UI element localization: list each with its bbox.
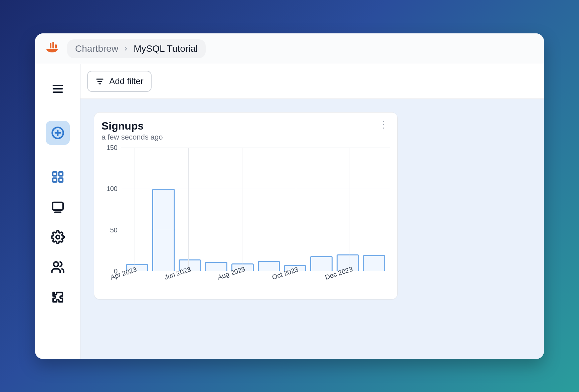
breadcrumb: Chartbrew MySQL Tutorial: [67, 39, 206, 58]
logo[interactable]: [43, 40, 61, 58]
sidebar-item-menu[interactable]: [46, 77, 70, 101]
svg-rect-2: [55, 44, 57, 48]
chart-card-signups: Signups a few seconds ago ⋮ 050100150: [94, 112, 398, 300]
bar-slot: [282, 148, 308, 271]
add-filter-label: Add filter: [109, 76, 144, 86]
add-filter-button[interactable]: Add filter: [87, 71, 152, 92]
monitor-icon: [51, 200, 65, 214]
bar-slot: [308, 148, 335, 271]
sidebar-item-add[interactable]: [46, 121, 70, 145]
bar-slot: [256, 148, 282, 271]
plot-area: [121, 148, 390, 271]
sidebar-item-integrations[interactable]: [46, 285, 70, 309]
chartbrew-logo-icon: [43, 40, 61, 58]
breadcrumb-root[interactable]: Chartbrew: [75, 43, 118, 54]
gridline-vertical: [188, 148, 189, 271]
bar-slot: [124, 148, 150, 271]
svg-rect-12: [59, 178, 63, 182]
plus-circle-icon: [50, 126, 65, 140]
y-axis: 050100150: [102, 148, 121, 271]
filterbar: Add filter: [80, 64, 544, 99]
gridline-vertical: [296, 148, 296, 271]
svg-rect-9: [53, 172, 57, 176]
app-window: Chartbrew MySQL Tutorial: [35, 33, 544, 359]
more-vertical-icon: ⋮: [379, 119, 388, 130]
puzzle-icon: [51, 290, 65, 304]
card-menu-button[interactable]: ⋮: [377, 120, 390, 129]
svg-rect-13: [52, 202, 63, 210]
filter-icon: [95, 77, 105, 86]
breadcrumb-current: MySQL Tutorial: [134, 43, 198, 54]
y-tick: 100: [107, 185, 118, 193]
gridline-vertical: [242, 148, 242, 271]
card-title: Signups: [102, 120, 163, 132]
bar[interactable]: [310, 256, 333, 271]
users-icon: [51, 260, 65, 274]
x-axis: Apr 2023Jun 2023Aug 2023Oct 2023Dec 2023: [121, 271, 390, 290]
sidebar: [35, 64, 80, 359]
sidebar-item-dashboard[interactable]: [46, 165, 70, 189]
bar-slot: [177, 148, 203, 271]
gear-icon: [51, 230, 65, 244]
sidebar-item-monitor[interactable]: [46, 195, 70, 219]
bar-slot: [361, 148, 387, 271]
bar[interactable]: [363, 255, 385, 271]
svg-rect-11: [53, 178, 57, 182]
gridline-vertical: [350, 148, 350, 271]
topbar: Chartbrew MySQL Tutorial: [35, 33, 544, 64]
grid-icon: [51, 170, 64, 184]
svg-point-16: [53, 262, 58, 266]
bar-slot: [150, 148, 177, 271]
card-subtitle: a few seconds ago: [102, 133, 163, 142]
sidebar-item-team[interactable]: [46, 255, 70, 279]
main-row: Add filter Signups a few seconds ago ⋮: [35, 64, 544, 359]
content-area: Add filter Signups a few seconds ago ⋮: [80, 64, 544, 359]
bar-slot: [335, 148, 361, 271]
gridline-vertical: [135, 148, 135, 271]
menu-icon: [51, 82, 64, 95]
svg-point-15: [56, 235, 59, 239]
y-tick: 50: [110, 226, 118, 234]
y-tick: 150: [107, 144, 118, 152]
svg-rect-10: [59, 172, 63, 176]
chevron-right-icon: [123, 46, 129, 52]
chart-area: 050100150: [102, 148, 390, 271]
svg-rect-0: [50, 43, 51, 48]
bar-slot: [203, 148, 229, 271]
sidebar-item-settings[interactable]: [46, 225, 70, 249]
canvas: Signups a few seconds ago ⋮ 050100150: [80, 99, 544, 359]
bar[interactable]: [205, 262, 227, 271]
bar[interactable]: [258, 261, 280, 271]
card-header: Signups a few seconds ago ⋮: [102, 120, 390, 142]
svg-rect-1: [52, 42, 54, 48]
